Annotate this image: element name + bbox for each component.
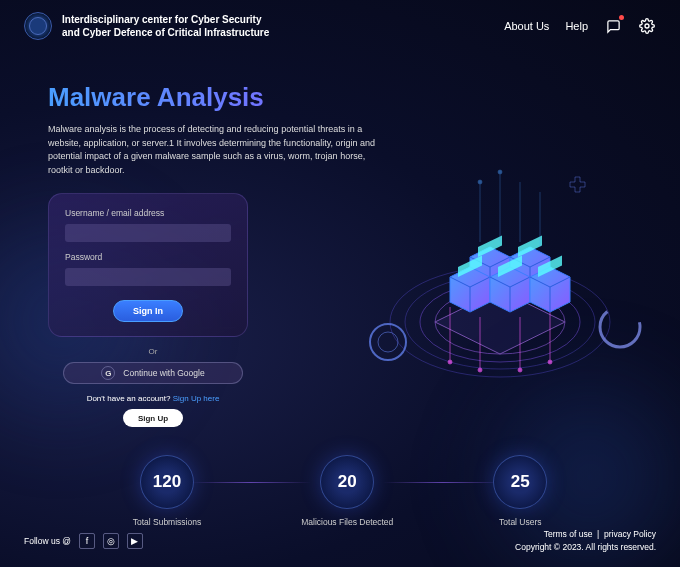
svg-rect-15 <box>458 255 482 277</box>
terms-link[interactable]: Terms of use <box>544 529 593 539</box>
instagram-icon[interactable]: ◎ <box>103 533 119 549</box>
youtube-icon[interactable]: ▶ <box>127 533 143 549</box>
follow-label: Follow us @ <box>24 536 71 546</box>
facebook-icon[interactable]: f <box>79 533 95 549</box>
svg-point-10 <box>518 368 522 372</box>
login-card: Username / email address Password Sign I… <box>48 193 248 337</box>
stat-value: 20 <box>320 455 374 509</box>
stat-value: 120 <box>140 455 194 509</box>
svg-point-26 <box>600 307 640 347</box>
header: Interdisciplinary center for Cyber Secur… <box>0 0 680 52</box>
help-link[interactable]: Help <box>565 20 588 32</box>
copyright-text: Copyright © 2023. All rights reserved. <box>515 541 656 555</box>
about-link[interactable]: About Us <box>504 20 549 32</box>
stat-value: 25 <box>493 455 547 509</box>
svg-point-8 <box>478 368 482 372</box>
svg-point-23 <box>478 180 482 184</box>
no-account-text: Don't have an account? <box>87 394 171 403</box>
svg-point-12 <box>548 360 552 364</box>
svg-rect-17 <box>538 255 562 277</box>
svg-point-3 <box>420 282 580 362</box>
privacy-link[interactable]: privacy Policy <box>604 529 656 539</box>
svg-point-1 <box>390 267 610 377</box>
password-label: Password <box>65 252 231 262</box>
signup-here-link[interactable]: Sign Up here <box>173 394 220 403</box>
page-description: Malware analysis is the process of detec… <box>48 123 388 177</box>
google-icon: G <box>101 366 115 380</box>
google-signin-button[interactable]: G Continue with Google <box>63 362 243 384</box>
svg-point-0 <box>645 24 649 28</box>
hero-illustration <box>350 152 650 402</box>
site-title: Interdisciplinary center for Cyber Secur… <box>62 13 282 39</box>
username-label: Username / email address <box>65 208 231 218</box>
svg-point-6 <box>448 360 452 364</box>
settings-icon[interactable] <box>638 17 656 35</box>
svg-rect-14 <box>518 235 542 257</box>
notification-icon[interactable] <box>604 17 622 35</box>
signin-button[interactable]: Sign In <box>113 300 183 322</box>
svg-rect-13 <box>478 235 502 257</box>
footer: Follow us @ f ◎ ▶ Terms of use | privacy… <box>0 516 680 567</box>
page-heading: Malware Analysis <box>48 82 632 113</box>
password-input[interactable] <box>65 268 231 286</box>
svg-point-2 <box>405 275 595 369</box>
signup-button[interactable]: Sign Up <box>123 409 183 427</box>
svg-point-22 <box>498 170 502 174</box>
svg-point-24 <box>370 324 406 360</box>
svg-point-25 <box>378 332 398 352</box>
or-divider: Or <box>48 347 258 356</box>
svg-rect-16 <box>498 255 522 277</box>
logo-icon <box>24 12 52 40</box>
google-label: Continue with Google <box>123 368 204 378</box>
username-input[interactable] <box>65 224 231 242</box>
svg-point-4 <box>435 290 565 354</box>
